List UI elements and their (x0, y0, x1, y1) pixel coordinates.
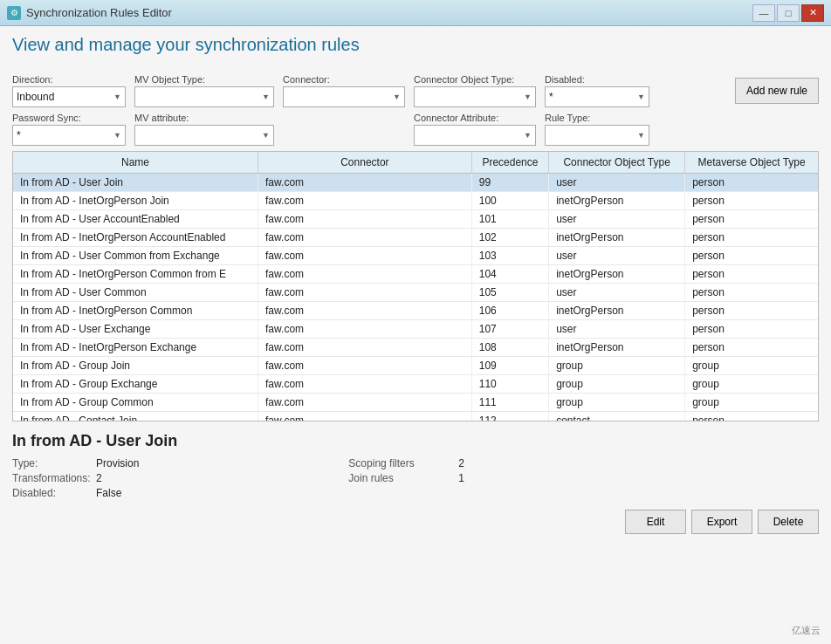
cell-name: In from AD - InetOrgPerson AccountEnable… (13, 229, 258, 247)
cell-precedence: 104 (471, 265, 548, 284)
direction-label: Direction: (12, 74, 126, 85)
cell-precedence: 99 (471, 174, 548, 192)
connector-object-type-select[interactable]: ▼ (414, 86, 536, 107)
join-rules-value: 1 (458, 472, 464, 484)
cell-name: In from AD - InetOrgPerson Common (13, 302, 258, 320)
cell-name: In from AD - Group Common (13, 394, 258, 412)
cell-metaverseObjectType: person (685, 320, 818, 339)
detail-disabled: Disabled: False (12, 487, 139, 499)
table-row[interactable]: In from AD - User Exchangefaw.com107user… (13, 320, 818, 339)
table-row[interactable]: In from AD - Contact Joinfaw.com112conta… (13, 412, 818, 422)
transformations-value: 2 (96, 472, 102, 484)
connector-object-arrow-icon: ▼ (524, 92, 532, 101)
disabled-select[interactable]: * ▼ (545, 86, 649, 107)
cell-name: In from AD - Group Exchange (13, 375, 258, 394)
selected-rule-section: In from AD - User Join Type: Provision T… (12, 428, 819, 503)
scoping-key: Scoping filters (348, 457, 453, 469)
table-row[interactable]: In from AD - InetOrgPerson Joinfaw.com10… (13, 192, 818, 210)
watermark: 亿速云 (792, 624, 821, 637)
cell-name: In from AD - InetOrgPerson Join (13, 192, 258, 210)
cell-name: In from AD - Contact Join (13, 412, 258, 422)
mv-object-type-label: MV Object Type: (134, 74, 274, 85)
disabled-label: Disabled: (545, 74, 649, 85)
detail-join-rules: Join rules 1 (348, 472, 464, 484)
close-button[interactable]: ✕ (801, 4, 824, 22)
direction-select[interactable]: Inbound ▼ (12, 86, 126, 107)
transformations-key: Transformations: (12, 472, 91, 484)
detail-transformations: Transformations: 2 (12, 472, 139, 484)
cell-connectorObjectType: group (549, 375, 685, 394)
table-row[interactable]: In from AD - InetOrgPerson Common from E… (13, 265, 818, 284)
cell-connectorObjectType: user (549, 320, 685, 339)
table-row[interactable]: In from AD - Group Exchangefaw.com110gro… (13, 375, 818, 394)
type-key: Type: (12, 457, 91, 469)
table-row[interactable]: In from AD - InetOrgPerson AccountEnable… (13, 229, 818, 247)
rule-type-select[interactable]: ▼ (545, 125, 649, 146)
table-row[interactable]: In from AD - User Common from Exchangefa… (13, 247, 818, 265)
table-row[interactable]: In from AD - Group Joinfaw.com109groupgr… (13, 357, 818, 375)
cell-connectorObjectType: contact (549, 412, 685, 422)
cell-connector: faw.com (258, 284, 472, 302)
table-row[interactable]: In from AD - Group Commonfaw.com111group… (13, 394, 818, 412)
table-row[interactable]: In from AD - InetOrgPerson Exchangefaw.c… (13, 339, 818, 357)
detail-col-left: Type: Provision Transformations: 2 Disab… (12, 457, 139, 499)
cell-metaverseObjectType: person (685, 302, 818, 320)
cell-connector: faw.com (258, 339, 472, 357)
disabled-key: Disabled: (12, 487, 91, 499)
cell-connectorObjectType: inetOrgPerson (549, 229, 685, 247)
mv-attribute-select[interactable]: ▼ (134, 125, 274, 146)
delete-button[interactable]: Delete (758, 510, 819, 534)
password-sync-select[interactable]: * ▼ (12, 125, 126, 146)
connector-attribute-select[interactable]: ▼ (414, 125, 536, 146)
edit-button[interactable]: Edit (625, 510, 686, 534)
cell-precedence: 102 (471, 229, 548, 247)
minimize-button[interactable]: — (752, 4, 775, 22)
cell-precedence: 111 (471, 394, 548, 412)
add-new-rule-button[interactable]: Add new rule (735, 78, 819, 104)
col-precedence: Precedence (471, 152, 548, 174)
cell-connectorObjectType: group (549, 394, 685, 412)
cell-precedence: 110 (471, 375, 548, 394)
cell-metaverseObjectType: person (685, 339, 818, 357)
cell-metaverseObjectType: group (685, 357, 818, 375)
table-row[interactable]: In from AD - User AccountEnabledfaw.com1… (13, 210, 818, 229)
cell-name: In from AD - InetOrgPerson Common from E (13, 265, 258, 284)
disabled-filter: Disabled: * ▼ (545, 74, 649, 107)
connector-arrow-icon: ▼ (393, 92, 401, 101)
filter-row-2: Password Sync: * ▼ MV attribute: ▼ Conne… (12, 113, 819, 146)
detail-scoping: Scoping filters 2 (348, 457, 464, 469)
cell-connector: faw.com (258, 412, 472, 422)
cell-connector: faw.com (258, 210, 472, 229)
cell-connectorObjectType: inetOrgPerson (549, 302, 685, 320)
password-sync-label: Password Sync: (12, 113, 126, 123)
cell-metaverseObjectType: group (685, 394, 818, 412)
table-row[interactable]: In from AD - InetOrgPerson Commonfaw.com… (13, 302, 818, 320)
main-content: View and manage your synchronization rul… (0, 26, 831, 644)
table-row[interactable]: In from AD - User Commonfaw.com105userpe… (13, 284, 818, 302)
restore-button[interactable]: □ (777, 4, 800, 22)
connector-object-type-filter: Connector Object Type: ▼ (414, 74, 536, 107)
cell-name: In from AD - User Exchange (13, 320, 258, 339)
cell-connectorObjectType: user (549, 247, 685, 265)
mv-attribute-label: MV attribute: (134, 113, 274, 123)
password-sync-filter: Password Sync: * ▼ (12, 113, 126, 146)
export-button[interactable]: Export (691, 510, 752, 534)
cell-name: In from AD - User Common from Exchange (13, 247, 258, 265)
bottom-actions: Edit Export Delete (12, 510, 819, 534)
table-row[interactable]: In from AD - User Joinfaw.com99userperso… (13, 174, 818, 192)
cell-metaverseObjectType: person (685, 229, 818, 247)
cell-connector: faw.com (258, 247, 472, 265)
col-metaverse-object-type: Metaverse Object Type (685, 152, 818, 174)
type-value: Provision (96, 457, 139, 469)
cell-name: In from AD - User Common (13, 284, 258, 302)
window-controls: — □ ✕ (752, 4, 824, 22)
cell-name: In from AD - User AccountEnabled (13, 210, 258, 229)
mv-object-type-select[interactable]: ▼ (134, 86, 274, 107)
selected-rule-title: In from AD - User Join (12, 432, 819, 450)
disabled-value: False (96, 487, 121, 499)
cell-metaverseObjectType: person (685, 265, 818, 284)
connector-select[interactable]: ▼ (283, 86, 405, 107)
connector-filter: Connector: ▼ (283, 74, 405, 107)
join-rules-key: Join rules (348, 472, 453, 484)
cell-precedence: 105 (471, 284, 548, 302)
